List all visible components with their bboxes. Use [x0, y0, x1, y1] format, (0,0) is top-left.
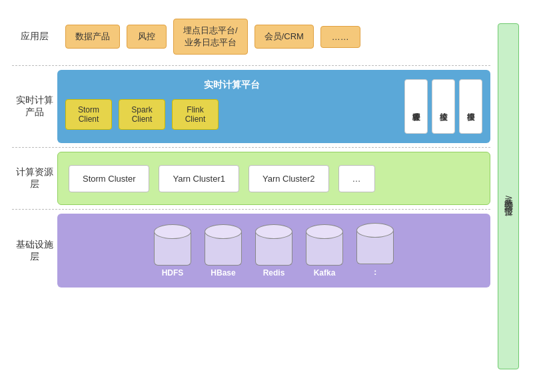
cylinder-hbase-shape [205, 224, 242, 266]
app-layer-content: 数据产品 风控 埋点日志平台/业务日志平台 会员/CRM …… [57, 12, 490, 61]
cluster-storm: Storm Cluster [69, 165, 149, 192]
cylinder-more-shape [356, 223, 394, 264]
cylinder-redis: Redis [255, 224, 292, 278]
infra-layer: 基础设施层 HDFS HBase [12, 214, 490, 288]
client-flink: FlinkClient [172, 99, 219, 130]
realtime-platform-title: 实时计算平台 [65, 79, 398, 91]
sidebar-text: 系统监控/报警 [502, 190, 514, 202]
sidebar-box: 系统监控/报警 [498, 23, 519, 369]
cylinder-kafka-shape [306, 224, 343, 266]
app-box-data: 数据产品 [65, 25, 120, 49]
app-box-log: 埋点日志平台/业务日志平台 [173, 19, 248, 55]
cylinder-hdfs: HDFS [154, 224, 191, 278]
module-monitor: 监控模块 [432, 79, 455, 134]
cluster-more: … [338, 165, 375, 192]
realtime-platform: 实时计算平台 StormClient SparkClient FlinkClie… [65, 79, 398, 134]
right-sidebar: 系统监控/报警 [496, 12, 521, 380]
client-spark: SparkClient [119, 99, 165, 130]
cyl-label-more: ： [371, 267, 379, 278]
cyl-label-redis: Redis [263, 268, 285, 278]
realtime-layer-label: 实时计算产品 [12, 70, 57, 143]
infra-layer-label: 基础设施层 [12, 214, 57, 288]
resource-layer: 计算资源层 Storm Cluster Yarn Cluster1 Yarn C… [12, 152, 490, 205]
cylinder-hdfs-shape [154, 224, 191, 266]
cluster-yarn2: Yarn Cluster2 [249, 165, 329, 192]
app-layer: 应用层 数据产品 风控 埋点日志平台/业务日志平台 会员/CRM …… [12, 12, 490, 61]
resource-layer-label: 计算资源层 [12, 152, 57, 205]
realtime-layer-content: 实时计算平台 StormClient SparkClient FlinkClie… [57, 70, 490, 143]
infra-layer-content: HDFS HBase Redis [57, 214, 490, 288]
client-storm: StormClient [65, 99, 112, 130]
separator-1 [12, 65, 490, 66]
client-boxes: StormClient SparkClient FlinkClient [65, 99, 398, 130]
cyl-label-hbase: HBase [211, 268, 235, 278]
cylinder-kafka: Kafka [306, 224, 343, 278]
module-alert: 报警模块 [459, 79, 482, 134]
module-biz: 业务管理模块 [404, 79, 428, 134]
app-box-more: …… [320, 26, 360, 48]
app-box-crm: 会员/CRM [255, 25, 314, 49]
cyl-label-hdfs: HDFS [162, 268, 184, 278]
cylinder-redis-shape [255, 224, 292, 266]
left-content: 应用层 数据产品 风控 埋点日志平台/业务日志平台 会员/CRM …… 实时计算… [12, 12, 490, 380]
cluster-yarn1: Yarn Cluster1 [159, 165, 239, 192]
app-layer-label: 应用层 [12, 12, 57, 61]
realtime-layer: 实时计算产品 实时计算平台 StormClient SparkClient Fl… [12, 70, 490, 143]
cylinder-more: ： [356, 223, 394, 278]
resource-layer-content: Storm Cluster Yarn Cluster1 Yarn Cluster… [57, 152, 490, 205]
main-container: 应用层 数据产品 风控 埋点日志平台/业务日志平台 会员/CRM …… 实时计算… [0, 0, 533, 392]
module-boxes: 业务管理模块 监控模块 报警模块 [404, 79, 482, 134]
separator-2 [12, 147, 490, 148]
app-box-risk: 风控 [127, 25, 167, 49]
cylinder-hbase: HBase [205, 224, 242, 278]
separator-3 [12, 209, 490, 210]
cyl-label-kafka: Kafka [314, 268, 336, 278]
